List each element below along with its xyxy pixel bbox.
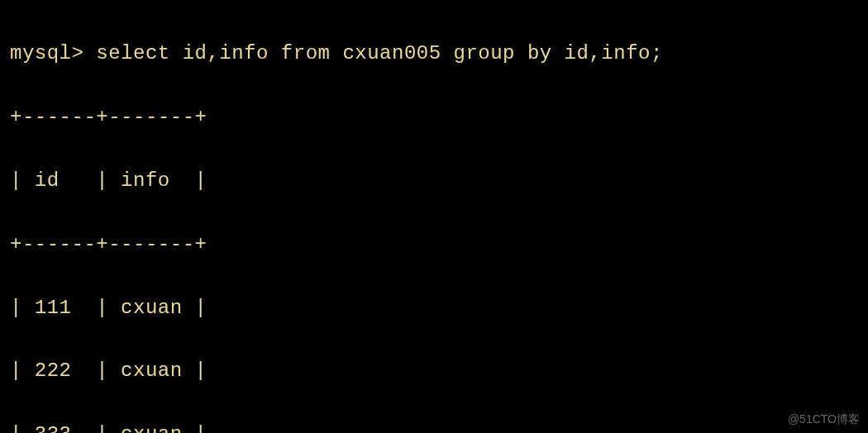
prompt-line: mysql> select id,info from cxuan005 grou… — [10, 38, 858, 69]
sql-query: select id,info from cxuan005 group by id… — [96, 42, 663, 64]
mysql-prompt: mysql> — [10, 42, 96, 64]
table-header: | id | info | — [10, 165, 858, 197]
table-row: | 333 | cxuan | — [10, 419, 858, 433]
table-border-top: +------+-------+ — [10, 102, 858, 133]
mysql-terminal[interactable]: mysql> select id,info from cxuan005 grou… — [10, 7, 858, 433]
table-border-mid: +------+-------+ — [10, 229, 858, 260]
watermark: @51CTO博客 — [788, 410, 860, 428]
table-row: | 222 | cxuan | — [10, 355, 858, 387]
table-row: | 111 | cxuan | — [10, 293, 858, 324]
